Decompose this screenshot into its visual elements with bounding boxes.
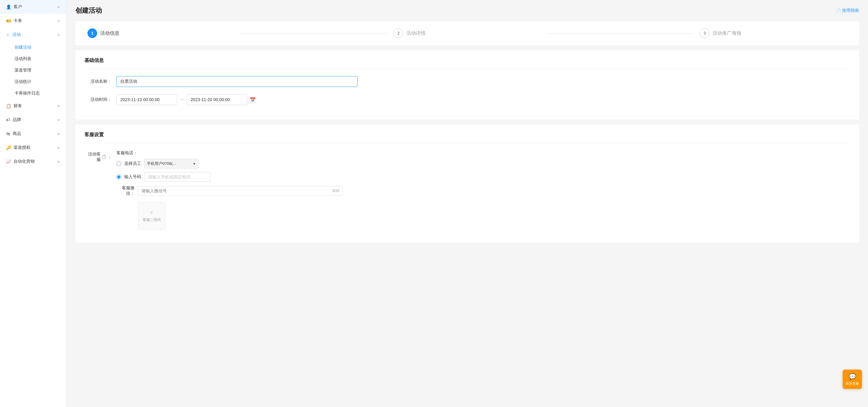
activity-name-row: 活动名称： — [85, 76, 850, 87]
start-date-input[interactable] — [116, 94, 177, 105]
sidebar-subitem-create-activity[interactable]: 创建活动 — [0, 42, 66, 53]
sidebar-subitem-channel-mgmt[interactable]: 渠道管理 — [0, 65, 66, 76]
sidebar-item-auto-marketing[interactable]: 📈 自动化营销 ∨ — [0, 154, 66, 169]
sidebar-item-channel-auth[interactable]: 🔑 渠道授权 ∨ — [0, 141, 66, 154]
basic-info-section: 基础信息 活动名称： 活动时间： → 📅 — [75, 50, 859, 120]
wechat-row: 客服微信： 0/20 — [116, 185, 850, 196]
brand-icon: 🏷 — [6, 117, 10, 122]
activity-time-label: 活动时间： — [85, 97, 112, 103]
employee-select-value: 手机用户0708(... — [147, 161, 176, 166]
qr-upload-box[interactable]: + 客服二维码 — [138, 202, 165, 230]
cs-phone-label: 客服电话： — [116, 150, 137, 156]
float-customer-service[interactable]: 💬 联系客服 — [843, 370, 862, 389]
chevron-down-icon: ∨ — [57, 159, 60, 164]
sidebar-item-brand[interactable]: 🏷 品牌 ∨ — [0, 113, 66, 127]
radio-number-label: 输入号码 — [124, 174, 141, 180]
wechat-char-count: 0/20 — [332, 189, 342, 193]
sidebar-item-activities[interactable]: ☆ 活动 ∧ — [0, 28, 66, 42]
radio-number[interactable] — [116, 175, 121, 179]
auto-marketing-icon: 📈 — [6, 159, 11, 164]
step-line-2 — [547, 33, 694, 33]
activity-name-input[interactable] — [116, 76, 358, 87]
sidebar-item-coupons[interactable]: 🎫 卡券 ∨ — [0, 14, 66, 28]
activity-name-label: 活动名称： — [85, 79, 112, 84]
upload-sub-text: 客服二维码 — [143, 217, 161, 223]
basic-info-title: 基础信息 — [85, 57, 850, 69]
coupons-icon: 🎫 — [6, 19, 11, 23]
step-line-1 — [241, 33, 388, 33]
radio-employee[interactable] — [116, 161, 121, 166]
date-range-arrow: → — [180, 97, 184, 103]
step-2-label: 活动详情 — [406, 30, 426, 36]
wechat-label: 客服微信： — [116, 185, 134, 196]
sidebar-subitem-activity-stats[interactable]: 活动统计 — [0, 76, 66, 88]
finance-icon: 📋 — [6, 104, 11, 108]
activity-time-row: 活动时间： → 📅 — [85, 94, 850, 105]
phone-section: 客服电话： 选择员工 手机用户0708(... ▼ 输入号码 — [116, 150, 850, 182]
sidebar-label-finance: 财务 — [13, 103, 22, 109]
wechat-input-wrap: 0/20 — [137, 186, 343, 196]
cs-setting-row: 活动客服 ? ： 客服电话： 选择员工 手机用户0708(... — [85, 150, 850, 230]
sidebar: 👤 客户 ∨ 🎫 卡券 ∨ ☆ 活动 ∧ 创建活动 活动列表 渠道管理 活动统计… — [0, 0, 66, 407]
radio-employee-label: 选择员工 — [124, 161, 141, 166]
float-cs-label: 联系客服 — [846, 381, 859, 386]
guide-link-label: 使用指南 — [842, 8, 859, 13]
chevron-down-icon: ∨ — [57, 118, 60, 122]
chevron-up-icon: ∧ — [57, 33, 60, 37]
sidebar-item-finance[interactable]: 📋 财务 ∨ — [0, 99, 66, 113]
products-icon: 🛍 — [6, 131, 10, 136]
calendar-icon[interactable]: 📅 — [250, 97, 256, 103]
step-3: 3 活动推广海报 — [700, 28, 847, 38]
guide-link-icon: 📄 — [836, 8, 841, 13]
step-1-circle: 1 — [88, 28, 97, 38]
chevron-down-icon: ∨ — [57, 19, 60, 23]
dropdown-arrow-icon: ▼ — [193, 162, 196, 166]
step-1-label: 活动信息 — [100, 30, 119, 36]
channel-auth-icon: 🔑 — [6, 145, 11, 150]
customer-service-section: 客服设置 活动客服 ? ： 客服电话： 选择员工 — [75, 124, 859, 243]
sidebar-label-activities: 活动 — [12, 32, 21, 37]
wechat-input[interactable] — [138, 188, 332, 193]
sidebar-label-products: 商品 — [13, 131, 21, 137]
sidebar-label-brand: 品牌 — [13, 117, 21, 123]
step-2-circle: 2 — [394, 28, 403, 38]
phone-number-input[interactable] — [144, 172, 211, 182]
step-1: 1 活动信息 — [88, 28, 235, 38]
phone-label-row: 客服电话： — [116, 150, 850, 156]
cs-section-title: 客服设置 — [85, 132, 850, 143]
sidebar-label-auto-marketing: 自动化营销 — [13, 159, 35, 164]
page-title: 创建活动 — [75, 6, 102, 15]
sidebar-label-coupons: 卡券 — [13, 18, 22, 24]
steps-container: 1 活动信息 2 活动详情 3 活动推广海报 — [75, 21, 859, 45]
page-header: 创建活动 📄 使用指南 — [75, 6, 859, 15]
chevron-down-icon: ∨ — [57, 104, 60, 108]
step-3-label: 活动推广海报 — [712, 30, 741, 36]
customers-icon: 👤 — [6, 4, 11, 9]
step-2: 2 活动详情 — [394, 28, 541, 38]
chevron-down-icon: ∨ — [57, 5, 60, 9]
sidebar-subitem-coupon-log[interactable]: 卡券操作日志 — [0, 88, 66, 99]
step-3-circle: 3 — [700, 28, 709, 38]
main-content: 创建活动 📄 使用指南 1 活动信息 2 活动详情 3 活动推广海报 — [66, 0, 868, 407]
radio-number-row: 输入号码 — [116, 172, 850, 182]
chevron-down-icon: ∨ — [57, 132, 60, 136]
sidebar-item-products[interactable]: 🛍 商品 ∨ — [0, 127, 66, 141]
sidebar-subitem-activity-list[interactable]: 活动列表 — [0, 53, 66, 65]
cs-content: 客服电话： 选择员工 手机用户0708(... ▼ 输入号码 — [116, 150, 850, 230]
float-cs-icon: 💬 — [849, 373, 856, 380]
activities-icon: ☆ — [6, 32, 10, 37]
sidebar-item-customers[interactable]: 👤 客户 ∨ — [0, 0, 66, 14]
chevron-down-icon: ∨ — [57, 146, 60, 150]
sidebar-label-customers: 客户 — [13, 4, 22, 10]
radio-employee-row: 选择员工 手机用户0708(... ▼ — [116, 159, 850, 169]
upload-section: + 客服二维码 — [116, 200, 850, 230]
info-icon[interactable]: ? — [102, 155, 106, 159]
guide-link[interactable]: 📄 使用指南 — [836, 8, 859, 13]
end-date-input[interactable] — [187, 94, 247, 105]
cs-label: 活动客服 ? ： — [85, 150, 112, 163]
plus-icon: + — [150, 209, 154, 216]
employee-select[interactable]: 手机用户0708(... ▼ — [144, 159, 198, 169]
sidebar-label-channel-auth: 渠道授权 — [13, 145, 30, 150]
date-range: → 📅 — [116, 94, 256, 105]
